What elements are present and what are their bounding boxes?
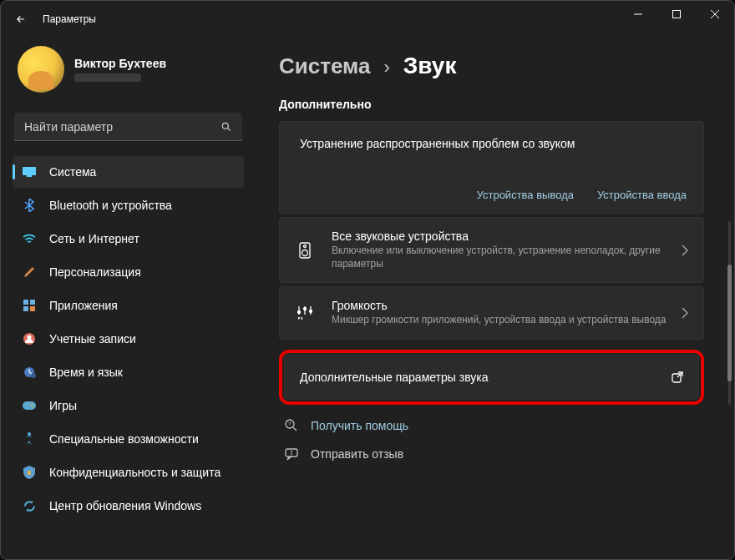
- profile-block[interactable]: Виктор Бухтеев: [13, 41, 244, 104]
- nav-item-bluetooth[interactable]: Bluetooth и устройства: [13, 189, 244, 221]
- section-label: Дополнительно: [279, 98, 704, 111]
- chevron-right-icon: [682, 245, 688, 256]
- feedback-icon: [284, 446, 299, 462]
- nav-label: Учетные записи: [49, 332, 136, 346]
- nav-label: Сеть и Интернет: [49, 232, 139, 245]
- get-help-link[interactable]: ? Получить помощь: [279, 415, 704, 436]
- row-subtitle: Микшер громкости приложений, устройства …: [332, 314, 673, 327]
- svg-point-17: [31, 404, 33, 406]
- input-devices-link[interactable]: Устройства ввода: [597, 189, 687, 201]
- nav-item-privacy[interactable]: Конфиденциальность и защита: [13, 457, 244, 488]
- row-subtitle: Включение или выключение устройств, устр…: [332, 245, 673, 270]
- svg-point-13: [28, 335, 32, 340]
- open-external-icon: [672, 371, 683, 383]
- svg-rect-9: [30, 300, 35, 305]
- close-button[interactable]: [696, 1, 734, 28]
- nav-label: Центр обновления Windows: [49, 499, 201, 512]
- output-devices-link[interactable]: Устройства вывода: [477, 189, 574, 201]
- svg-point-27: [298, 310, 301, 313]
- svg-rect-10: [23, 306, 28, 311]
- search-input[interactable]: [24, 120, 220, 134]
- minimize-button[interactable]: [619, 1, 657, 28]
- help-icon: ?: [284, 418, 299, 433]
- svg-rect-6: [23, 167, 36, 175]
- svg-point-29: [310, 310, 312, 312]
- nav-label: Персонализация: [49, 265, 141, 279]
- feedback-link[interactable]: Отправить отзыв: [279, 443, 704, 465]
- search-box[interactable]: [14, 113, 242, 141]
- chevron-right-icon: [682, 307, 688, 319]
- svg-point-19: [28, 432, 31, 436]
- nav-item-apps[interactable]: Приложения: [13, 290, 244, 321]
- svg-point-4: [222, 123, 228, 129]
- nav-label: Конфиденциальность и защита: [49, 466, 220, 479]
- nav-list: Система Bluetooth и устройства Сеть и Ин…: [13, 156, 244, 522]
- svg-text:?: ?: [288, 421, 291, 426]
- titlebar: Параметры: [1, 1, 734, 38]
- scrollbar-thumb[interactable]: [727, 265, 732, 381]
- window-controls: [619, 1, 734, 28]
- svg-rect-11: [30, 306, 35, 311]
- update-icon: [23, 499, 36, 512]
- more-sound-settings-card[interactable]: Дополнительные параметры звука: [284, 355, 699, 400]
- nav-label: Приложения: [49, 299, 118, 312]
- svg-rect-7: [27, 175, 32, 177]
- search-icon: [220, 121, 232, 133]
- nav-item-accessibility[interactable]: Специальные возможности: [13, 423, 244, 455]
- nav-label: Игры: [49, 399, 77, 412]
- nav-item-system[interactable]: Система: [13, 156, 244, 188]
- row-title: Все звуковые устройства: [332, 230, 673, 243]
- user-status-placeholder: [74, 73, 141, 82]
- svg-point-28: [304, 307, 307, 310]
- all-devices-card[interactable]: Все звуковые устройства Включение или вы…: [279, 217, 704, 283]
- nav-label: Система: [49, 165, 96, 179]
- svg-line-32: [293, 427, 297, 431]
- shield-icon: [23, 466, 36, 479]
- bluetooth-icon: [23, 199, 36, 212]
- svg-line-5: [227, 128, 230, 130]
- nav-item-accounts[interactable]: Учетные записи: [13, 323, 244, 355]
- wifi-icon: [23, 232, 36, 245]
- apps-icon: [23, 299, 36, 312]
- display-icon: [23, 165, 36, 179]
- footer-links: ? Получить помощь Отправить отзыв: [279, 415, 704, 465]
- content-area: Виктор Бухтеев Система Bluetooth и устро…: [1, 38, 734, 559]
- avatar: [18, 46, 64, 93]
- help-label: Получить помощь: [311, 419, 408, 432]
- nav-item-network[interactable]: Сеть и Интернет: [13, 223, 244, 255]
- svg-rect-1: [673, 11, 681, 18]
- breadcrumb-parent[interactable]: Система: [279, 53, 370, 79]
- speaker-icon: [297, 242, 313, 259]
- nav-item-update[interactable]: Центр обновления Windows: [13, 490, 244, 522]
- chevron-right-icon: ›: [383, 57, 389, 78]
- svg-point-15: [31, 373, 36, 378]
- sidebar: Виктор Бухтеев Система Bluetooth и устро…: [1, 38, 256, 559]
- troubleshoot-card: Устранение распространенных проблем со з…: [279, 121, 704, 214]
- nav-label: Время и язык: [49, 366, 123, 379]
- row-title: Громкость: [332, 299, 673, 312]
- back-button[interactable]: [11, 9, 31, 29]
- row-title: Дополнительные параметры звука: [300, 371, 663, 384]
- highlight-box: Дополнительные параметры звука: [279, 350, 704, 405]
- feedback-label: Отправить отзыв: [311, 447, 403, 461]
- svg-point-35: [291, 451, 292, 452]
- nav-label: Bluetooth и устройства: [49, 199, 172, 212]
- accessibility-icon: [23, 432, 36, 446]
- maximize-button[interactable]: [657, 1, 696, 28]
- nav-item-time[interactable]: Время и язык: [13, 356, 244, 388]
- troubleshoot-title: Устранение распространенных проблем со з…: [300, 137, 687, 150]
- gamepad-icon: [23, 399, 36, 412]
- mixer-icon: [297, 305, 313, 321]
- volume-card[interactable]: Громкость Микшер громкости приложений, у…: [279, 286, 704, 340]
- main-content: Система › Звук Дополнительно Устранение …: [256, 38, 734, 559]
- account-icon: [23, 332, 36, 346]
- clock-icon: [23, 366, 36, 379]
- settings-window: Параметры Виктор Бухтеев: [0, 0, 735, 560]
- window-title: Параметры: [43, 13, 96, 25]
- svg-point-23: [302, 250, 308, 255]
- nav-item-gaming[interactable]: Игры: [13, 390, 244, 421]
- svg-rect-8: [23, 300, 28, 305]
- svg-point-18: [33, 406, 34, 407]
- nav-item-personalization[interactable]: Персонализация: [13, 256, 244, 288]
- svg-rect-34: [286, 449, 297, 457]
